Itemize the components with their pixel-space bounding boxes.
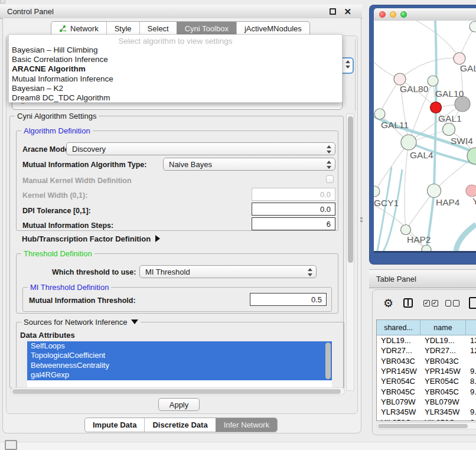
node-gal11[interactable] [374, 109, 385, 119]
table-row[interactable]: YDR27...YDR27...12 [377, 345, 476, 356]
expand-arrow-icon [155, 235, 160, 242]
node-partial-bottom[interactable] [422, 245, 431, 251]
select-all-checkbox-icon[interactable]: ✓ [423, 300, 430, 306]
node-gal80[interactable] [394, 73, 406, 85]
tab-discretize-data[interactable]: Discretize Data [144, 418, 215, 432]
list-scrollbar[interactable] [325, 343, 331, 387]
mi-threshold-label: Mutual Information Threshold: [29, 296, 136, 305]
network-icon [59, 25, 67, 32]
node-label-hap2: HAP2 [407, 234, 431, 244]
tab-network[interactable]: Network [51, 22, 106, 35]
mi-steps-field[interactable]: 6 [252, 217, 335, 230]
stepper-icon [345, 60, 350, 69]
column-header-partial[interactable] [466, 320, 476, 335]
kernel-width-field[interactable]: 0.0 [252, 188, 335, 201]
tab-style[interactable]: Style [106, 22, 139, 35]
mi-threshold-field[interactable]: 0.5 [250, 293, 327, 306]
sources-group-title[interactable]: Sources for Network Inference [21, 318, 141, 327]
network-view-window: GAL GAL80 GAL10 GAL11 GAL1 SWI4 GAL4 GCY… [369, 5, 476, 265]
table-row[interactable]: YPR145WYPR145W9. [377, 366, 476, 376]
deselect-all-checkbox-icon[interactable] [453, 300, 459, 306]
window-edge-notch [0, 0, 5, 4]
stepper-icon [326, 145, 331, 154]
node-gal4[interactable] [401, 135, 416, 150]
close-traffic-light-icon[interactable] [379, 11, 386, 18]
data-attributes-list[interactable]: SelfLoops TopologicalCoefficient Between… [27, 341, 332, 389]
node-table: shared... name YDL19...YDL19...13 YDR27.… [376, 319, 476, 421]
minimize-traffic-light-icon[interactable] [390, 11, 396, 18]
node-label-swi4: SWI4 [451, 136, 473, 146]
list-item[interactable]: gal4RGexp [27, 370, 332, 380]
node-red-selected[interactable] [431, 102, 442, 113]
hub-tf-definition-toggle[interactable]: Hub/Transcription Factor Definition [22, 234, 160, 243]
zoom-traffic-light-icon[interactable] [400, 11, 407, 18]
new-table-icon[interactable] [469, 297, 476, 309]
table-row[interactable]: YLR345WYLR345W9. [377, 407, 476, 417]
dpi-tolerance-label: DPI Tolerance [0,1]: [22, 207, 91, 215]
screen: Control Panel ✕ Network Style Select Cyn… [0, 0, 476, 450]
dropdown-item-selected[interactable]: ARACNE Algorithm [9, 64, 342, 74]
algorithm-definition-title: Algorithm Definition [21, 126, 93, 135]
aracne-mode-combo[interactable]: Discovery [66, 142, 335, 155]
dropdown-item[interactable]: Bayesian – Hill Climbing [9, 45, 342, 55]
split-panel-icon[interactable] [403, 298, 413, 308]
deselect-all-checkbox-icon[interactable] [445, 300, 452, 306]
control-panel-title: Control Panel [0, 7, 54, 16]
table-horizontal-scrollbar[interactable] [376, 422, 476, 429]
minimized-panel-icon[interactable] [5, 440, 17, 450]
table-row[interactable]: YBL079WYBL079W [377, 397, 476, 407]
algorithm-dropdown-placeholder: Select algorithm to view settings [9, 35, 342, 45]
stepper-icon [326, 160, 331, 169]
dropdown-item[interactable]: Bayesian – K2 [9, 84, 342, 93]
table-row[interactable]: YDL19...YDL19...13 [377, 335, 476, 345]
splitter-handle[interactable] [360, 217, 363, 222]
tab-select[interactable]: Select [139, 22, 177, 35]
list-item[interactable]: TopologicalCoefficient [27, 351, 332, 360]
network-window-titlebar[interactable] [374, 8, 476, 21]
node-hap4[interactable] [428, 184, 441, 198]
column-header-name[interactable]: name [420, 320, 466, 335]
which-threshold-combo[interactable]: MI Threshold [139, 265, 317, 278]
close-icon[interactable]: ✕ [344, 8, 351, 15]
apply-button[interactable]: Apply [158, 398, 200, 411]
node-label-gal80: GAL80 [400, 84, 429, 94]
mi-algorithm-type-label: Mutual Information Algorithm Type: [22, 161, 146, 169]
node-partial-top[interactable] [470, 21, 476, 32]
list-item[interactable]: SelfLoops [27, 341, 332, 351]
canvas-shadow [374, 251, 476, 253]
algorithm-definition-group: Algorithm Definition Aracne Mode: Discov… [16, 131, 338, 231]
dpi-tolerance-field[interactable]: 0.0 [252, 203, 335, 216]
manual-kernel-width-checkbox[interactable] [326, 175, 334, 183]
which-threshold-label: Which threshold to use: [52, 268, 136, 276]
network-canvas[interactable]: GAL GAL80 GAL10 GAL11 GAL1 SWI4 GAL4 GCY… [374, 21, 476, 251]
table-row[interactable]: YIL052CYIL052C0. [377, 417, 476, 421]
tab-cyni-toolbox[interactable]: Cyni Toolbox [177, 22, 236, 35]
tab-jactivemnodules[interactable]: jActiveMNodules [236, 22, 309, 35]
node-hap2[interactable] [401, 225, 411, 235]
node-gal7[interactable] [454, 53, 465, 64]
tab-infer-network[interactable]: Infer Network [216, 418, 277, 432]
tab-impute-data[interactable]: Impute Data [85, 418, 144, 432]
settings-vertical-scrollbar[interactable] [346, 113, 354, 391]
node-unlabeled[interactable] [428, 76, 438, 86]
tab-network-label: Network [70, 24, 99, 33]
node-label-gal1: GAL1 [438, 113, 462, 123]
float-panel-icon[interactable] [330, 8, 336, 15]
dropdown-item[interactable]: Mutual Information Inference [9, 74, 342, 84]
column-header-shared-name[interactable]: shared... [377, 320, 420, 335]
dropdown-item[interactable]: Basic Correlation Inference [9, 55, 342, 64]
mi-threshold-group: MI Threshold Definition Mutual Informati… [22, 287, 332, 312]
node-pink-right[interactable] [466, 185, 476, 197]
settings-horizontal-scrollbar[interactable] [11, 387, 345, 395]
dropdown-item[interactable]: Dream8 DC_TDC Algorithm [9, 93, 342, 103]
gear-icon[interactable]: ⚙ [383, 298, 393, 309]
list-item[interactable]: BetweennessCentrality [27, 361, 332, 370]
table-row[interactable]: YBR043CYBR043C [377, 356, 476, 366]
select-all-checkbox-icon[interactable]: ✓ [432, 300, 438, 306]
mi-algorithm-type-combo[interactable]: Naive Bayes [163, 158, 335, 171]
bottom-strip [0, 442, 476, 450]
table-row[interactable]: YBR045CYBR045C9. [377, 386, 476, 396]
node-gcy1[interactable] [374, 186, 380, 197]
node-gal1[interactable] [443, 123, 455, 136]
table-row[interactable]: YER054CYER054C8. [377, 376, 476, 386]
